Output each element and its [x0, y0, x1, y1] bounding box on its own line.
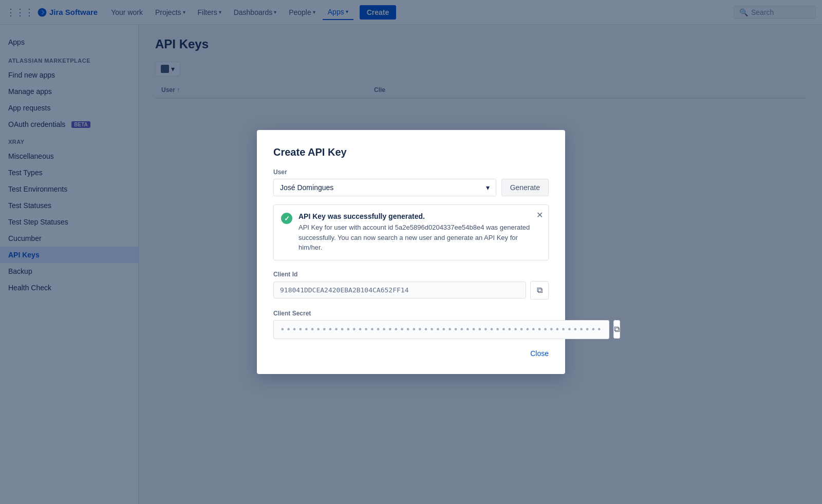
- client-id-input[interactable]: [273, 282, 526, 298]
- generate-button[interactable]: Generate: [501, 179, 549, 196]
- alert-close-button[interactable]: ✕: [536, 210, 543, 220]
- user-select-dropdown[interactable]: José Domingues ▾: [273, 179, 496, 196]
- alert-content: API Key was successfully generated. API …: [298, 212, 541, 253]
- copy-icon: ⧉: [537, 286, 543, 295]
- secret-dots: ••••••••••••••••••••••••••••••••••••••••…: [280, 325, 603, 334]
- modal-footer: Close: [273, 349, 549, 358]
- client-secret-input: ••••••••••••••••••••••••••••••••••••••••…: [273, 320, 609, 339]
- user-label: User: [273, 169, 549, 176]
- user-select-value: José Domingues: [280, 183, 333, 192]
- alert-title: API Key was successfully generated.: [298, 212, 541, 220]
- copy-client-id-button[interactable]: ⧉: [530, 281, 549, 300]
- client-id-label: Client Id: [273, 271, 549, 278]
- client-secret-label: Client Secret: [273, 310, 549, 317]
- create-api-key-modal: Create API Key User José Domingues ▾ Gen…: [257, 130, 565, 374]
- copy-icon-secret: ⧉: [614, 325, 620, 334]
- client-secret-row: ••••••••••••••••••••••••••••••••••••••••…: [273, 320, 549, 339]
- success-alert: ✓ API Key was successfully generated. AP…: [273, 204, 549, 260]
- copy-client-secret-button[interactable]: ⧉: [613, 320, 620, 339]
- modal-title: Create API Key: [273, 146, 549, 158]
- client-id-row: ⧉: [273, 281, 549, 300]
- close-button[interactable]: Close: [530, 349, 549, 358]
- success-icon: ✓: [281, 213, 292, 224]
- chevron-down-icon: ▾: [486, 183, 490, 192]
- alert-body: API Key for user with account id 5a2e589…: [298, 222, 541, 253]
- user-select-row: José Domingues ▾ Generate: [273, 179, 549, 196]
- modal-overlay: Create API Key User José Domingues ▾ Gen…: [0, 0, 822, 504]
